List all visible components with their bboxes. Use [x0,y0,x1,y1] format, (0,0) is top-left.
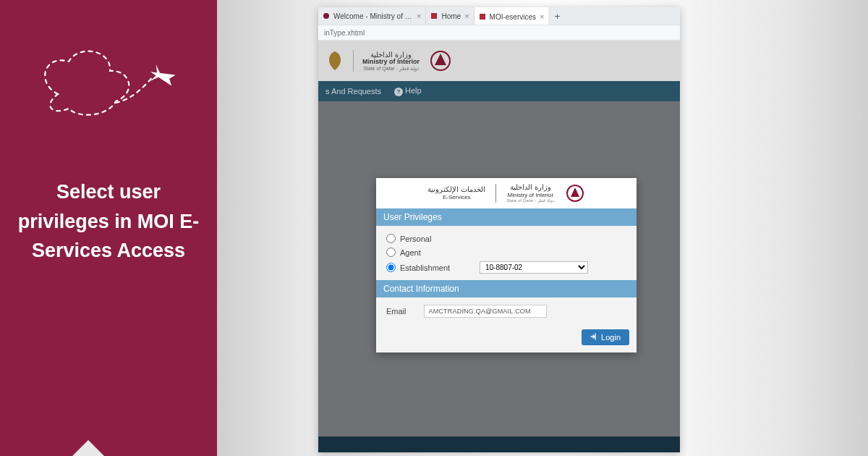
svg-rect-2 [480,14,485,20]
page-header: وزارة الداخلية Ministry of Interior Stat… [318,41,680,81]
email-label: Email [386,307,407,316]
ribbon-notch [72,440,104,456]
radio-establishment[interactable]: Establishment 10-8807-02 [386,259,626,276]
tab-strip: Welcome - Ministry of Labour × Home × MO… [318,7,680,25]
separator [353,50,354,72]
login-label: Login [601,333,621,342]
tab-title: Home [441,12,461,20]
url-bar[interactable]: inType.xhtml [318,25,680,41]
eservices-en: E-Services [443,194,471,201]
crest-icon [428,49,453,72]
browser-window: Welcome - Ministry of Labour × Home × MO… [318,7,680,452]
moi-title-block: وزارة الداخلية Ministry of Interior Stat… [362,51,420,72]
tab-moi-eservices[interactable]: MOI-eservices × [475,7,550,25]
tab-title: Welcome - Ministry of Labour [333,12,413,20]
moi-block: وزارة الداخلية Ministry of Interior Stat… [506,183,554,204]
nav-item-help[interactable]: ?Help [394,86,422,96]
login-card: الخدمات الإلكترونية E-Services وزارة الد… [376,178,637,352]
tab-labour[interactable]: Welcome - Ministry of Labour × [318,7,426,25]
section-contact-info: Contact Information [376,280,637,297]
screenshot-area: Welcome - Ministry of Labour × Home × MO… [217,0,868,456]
card-moi-en: Ministry of Interior [508,192,554,199]
login-button[interactable]: Login [582,329,629,345]
separator [495,184,496,203]
email-field[interactable]: AMCTRADING.QA@GMAIL.COM [424,305,547,318]
nav-item-requests[interactable]: s And Requests [326,87,381,96]
card-footer: Login [376,326,637,352]
help-icon: ? [394,88,403,96]
close-icon[interactable]: × [417,12,421,20]
radio-establishment-label: Establishment [400,263,465,272]
page-viewport: وزارة الداخلية Ministry of Interior Stat… [318,41,680,452]
radio-agent[interactable]: Agent [386,245,626,259]
moi-logo-left [326,50,344,72]
crest-icon [565,183,585,203]
radio-agent-label: Agent [400,248,465,257]
privileges-body: Personal Agent Establishment 10-8807-02 [376,226,637,280]
moi-sub: State of Qatar - دولة قطر [362,66,420,72]
page-nav: s And Requests ?Help [318,81,680,101]
card-logo-row: الخدمات الإلكترونية E-Services وزارة الد… [376,178,637,208]
close-icon[interactable]: × [464,12,469,20]
radio-agent-input[interactable] [386,248,396,257]
radio-personal-input[interactable] [386,234,396,243]
eservices-block: الخدمات الإلكترونية E-Services [427,185,485,201]
svg-rect-1 [431,13,437,19]
establishment-select[interactable]: 10-8807-02 [480,261,588,274]
page-footer-bar [318,436,680,452]
instruction-text: Select user privileges in MOI E-Services… [0,177,217,266]
url-text: inType.xhtml [324,29,365,37]
svg-point-0 [323,13,329,19]
instruction-panel: Select user privileges in MOI E-Services… [0,0,217,456]
emblem-icon [326,50,344,72]
help-label: Help [405,86,422,95]
contact-body: Email AMCTRADING.QA@GMAIL.COM [376,297,637,326]
favicon-icon [479,13,486,20]
tab-title: MOI-eservices [490,13,536,21]
radio-personal[interactable]: Personal [386,232,626,245]
favicon-icon [430,12,438,20]
section-user-privileges: User Privileges [376,208,637,226]
card-moi-ar: وزارة الداخلية [510,183,551,192]
eservices-ar: الخدمات الإلكترونية [427,185,485,194]
login-icon [590,333,597,342]
card-moi-sub: State of Qatar - دولة قطر [506,198,554,203]
radio-establishment-input[interactable] [386,263,396,272]
moi-name-en: Ministry of Interior [362,59,420,66]
favicon-icon [323,12,330,20]
tab-home[interactable]: Home × [426,7,474,25]
close-icon[interactable]: × [540,12,544,21]
radio-personal-label: Personal [400,235,465,243]
plus-icon: + [555,11,561,22]
new-tab-button[interactable]: + [549,7,565,25]
heart-plane-graphic [29,43,188,130]
